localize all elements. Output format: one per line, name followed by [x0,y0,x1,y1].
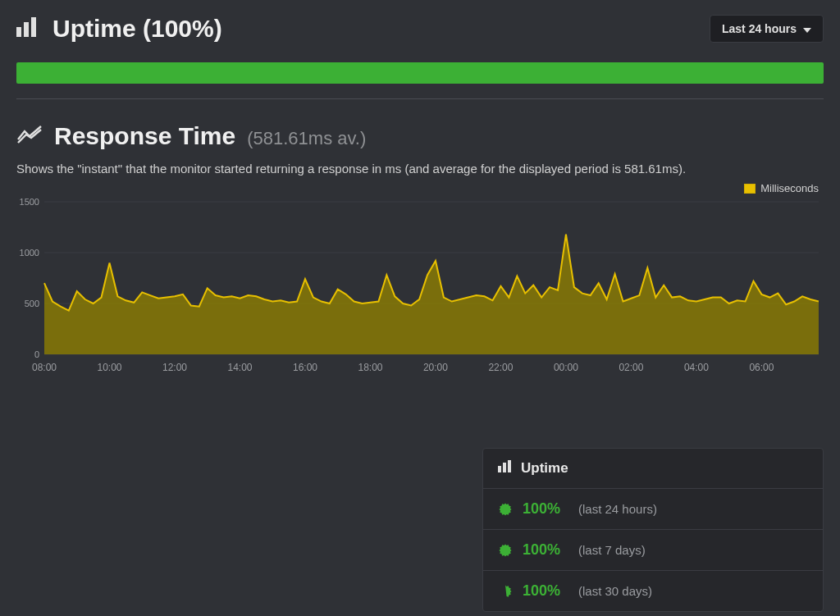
uptime-card-title: Uptime [521,460,568,477]
chart-svg: 05001000150008:0010:0012:0014:0016:0018:… [16,182,824,379]
svg-rect-25 [508,460,511,472]
uptime-card-header: Uptime [483,449,823,489]
svg-text:0: 0 [34,349,39,359]
status-ok-icon [498,543,513,558]
legend-swatch [744,184,756,194]
response-time-description: Shows the "instant" that the monitor sta… [16,162,824,176]
svg-rect-1 [24,22,29,37]
svg-text:22:00: 22:00 [488,362,513,373]
svg-text:500: 500 [25,299,39,308]
svg-text:16:00: 16:00 [293,362,317,373]
legend-label: Milliseconds [760,182,819,194]
svg-text:12:00: 12:00 [162,362,187,373]
uptime-pct: 100% [523,500,568,518]
uptime-heading: Uptime (100%) [52,15,222,43]
bars-icon [16,15,41,43]
svg-rect-2 [31,17,36,37]
uptime-bar [16,62,824,84]
svg-text:20:00: 20:00 [423,362,448,373]
svg-text:1000: 1000 [20,248,39,258]
svg-rect-23 [498,466,501,472]
uptime-row: 100% (last 30 days) [483,571,823,611]
response-time-heading: Response Time [54,122,235,150]
svg-rect-0 [16,27,21,37]
chart-legend: Milliseconds [744,182,819,194]
svg-text:10:00: 10:00 [97,362,121,373]
time-range-dropdown[interactable]: Last 24 hours [710,15,824,43]
svg-text:1500: 1500 [20,197,39,207]
svg-text:08:00: 08:00 [32,362,57,373]
uptime-summary-card: Uptime 100% (last 24 hours) 100% (last 7… [482,448,824,612]
uptime-pct: 100% [523,541,568,559]
svg-text:00:00: 00:00 [554,362,578,373]
section-divider [16,98,824,99]
svg-text:14:00: 14:00 [227,362,252,373]
uptime-pct: 100% [523,582,568,600]
response-time-avg: (581.61ms av.) [247,128,366,149]
status-ok-icon [498,502,513,517]
uptime-row: 100% (last 24 hours) [483,489,823,530]
time-range-label: Last 24 hours [722,22,797,35]
page-title: Uptime (100%) [16,15,222,43]
svg-rect-24 [503,463,506,472]
uptime-row: 100% (last 7 days) [483,530,823,571]
svg-text:18:00: 18:00 [358,362,382,373]
svg-text:02:00: 02:00 [619,362,643,373]
bars-icon [498,460,513,477]
uptime-period: (last 7 days) [578,543,646,557]
response-time-chart: Milliseconds 05001000150008:0010:0012:00… [16,182,824,379]
uptime-period: (last 30 days) [578,584,652,598]
svg-text:04:00: 04:00 [684,362,709,373]
status-ok-icon [498,584,513,599]
uptime-period: (last 24 hours) [578,502,657,516]
line-chart-icon [16,125,43,148]
chevron-down-icon [803,22,811,35]
svg-text:06:00: 06:00 [749,362,774,373]
